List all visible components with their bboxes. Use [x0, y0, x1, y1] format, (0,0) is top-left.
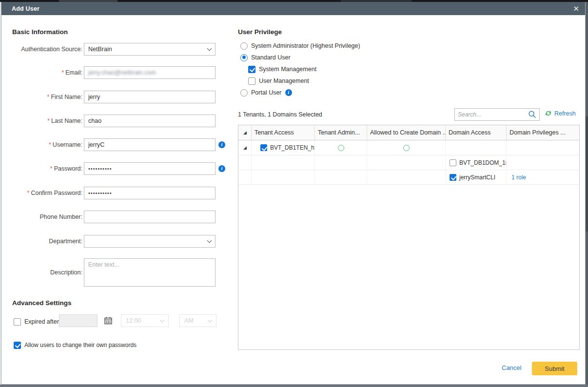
confirm-password-label: *Confirm Password: — [11, 187, 82, 199]
radio-selected-icon[interactable] — [240, 54, 248, 61]
radio-system-administrator-label: System Administrator (Highest Privilege) — [251, 42, 360, 49]
empty-cell — [367, 170, 446, 184]
radio-system-administrator[interactable]: System Administrator (Highest Privilege) — [240, 41, 360, 51]
radio-portal-user-label: Portal User — [251, 89, 282, 96]
meridiem-select[interactable]: AM — [179, 314, 216, 327]
radio-icon[interactable] — [240, 42, 248, 50]
col-domain-privileges[interactable]: Domain Privileges ... — [507, 125, 580, 140]
tenant-admin-radio-icon[interactable] — [338, 145, 344, 151]
basic-information-heading: Basic Information — [12, 28, 68, 36]
search-input[interactable] — [455, 111, 528, 118]
tenant-admin-cell — [315, 140, 367, 155]
description-field[interactable] — [84, 258, 216, 287]
department-label: Department: — [11, 235, 82, 248]
time-value: 12:00 — [126, 317, 141, 324]
time-select[interactable]: 12:00 — [121, 314, 169, 327]
expiration-date-field[interactable] — [59, 314, 98, 327]
close-icon[interactable]: ✕ — [573, 5, 579, 12]
search-icon[interactable] — [528, 110, 537, 119]
password-info-icon[interactable]: i — [218, 165, 225, 172]
user-privilege-heading: User Privilege — [238, 28, 282, 36]
first-name-field[interactable] — [84, 91, 216, 103]
allowed-create-domain-cell — [367, 140, 446, 155]
radio-portal-user[interactable]: Portal User i — [240, 88, 292, 97]
background-page-bottom — [0, 385, 588, 387]
collapse-all-icon[interactable] — [238, 125, 252, 140]
confirm-password-dots: •••••••••• — [88, 190, 112, 196]
last-name-field[interactable] — [84, 115, 216, 127]
chevron-down-icon — [207, 238, 212, 243]
password-field[interactable]: •••••••••• — [84, 162, 216, 175]
username-field[interactable] — [84, 138, 216, 151]
domain-access-cell: BVT_DB1DOM_1m — [446, 155, 507, 170]
username-info-icon[interactable]: i — [218, 141, 225, 148]
auth-source-label: Authentication Source: — [11, 43, 82, 56]
expired-after-checkbox[interactable]: Expired after — [14, 317, 59, 327]
radio-standard-user[interactable]: Standard User — [240, 53, 291, 62]
checkbox-icon[interactable] — [248, 77, 255, 85]
advanced-settings-heading: Advanced Settings — [12, 299, 72, 307]
checkbox-user-management-label: User Management — [259, 77, 309, 84]
col-domain-access[interactable]: Domain Access — [446, 125, 507, 140]
phone-field[interactable] — [84, 211, 216, 223]
col-tenant-access[interactable]: Tenant Access — [252, 125, 315, 140]
allow-change-password-label: Allow users to change their own password… — [24, 342, 137, 348]
chevron-down-icon — [207, 46, 212, 51]
background-page-right — [586, 2, 588, 385]
domain-checkbox[interactable] — [450, 159, 456, 166]
auth-source-value: NetBrain — [88, 46, 112, 53]
empty-cell — [238, 155, 252, 170]
refresh-label: Refresh — [554, 110, 576, 117]
role-link[interactable]: 1 role — [511, 174, 526, 181]
password-label: *Password: — [11, 162, 82, 175]
refresh-icon — [545, 110, 552, 117]
table-row-domain: BVT_DB1DOM_1m — [238, 155, 579, 170]
table-row-tenant: BVT_DB1TEN_hlu! — [238, 140, 579, 155]
department-select[interactable] — [84, 235, 216, 248]
chevron-down-icon — [208, 317, 213, 322]
chevron-down-icon — [160, 317, 165, 322]
radio-standard-user-label: Standard User — [251, 54, 291, 61]
last-name-label: *Last Name: — [11, 115, 82, 127]
auth-source-select[interactable]: NetBrain — [84, 43, 216, 56]
expired-after-label: Expired after — [24, 318, 59, 325]
selection-summary: 1 Tenants, 1 Domains Selected — [238, 111, 322, 118]
email-field[interactable]: jerry.chao@netbrain.com — [84, 66, 216, 79]
checkbox-user-management[interactable]: User Management — [248, 76, 309, 86]
tenant-checkbox-checked[interactable] — [260, 144, 267, 151]
empty-cell — [367, 155, 446, 170]
empty-cell — [315, 170, 367, 184]
checkbox-icon[interactable] — [14, 318, 21, 326]
table-row-domain: jerrySmartCLI 1 role — [238, 170, 579, 185]
cancel-button[interactable]: Cancel — [502, 364, 521, 371]
description-label: Description: — [11, 258, 82, 287]
allow-change-password-checkbox[interactable]: Allow users to change their own password… — [14, 340, 137, 350]
row-expander-icon[interactable] — [238, 140, 252, 155]
refresh-button[interactable]: Refresh — [545, 110, 576, 117]
portal-user-info-icon[interactable]: i — [285, 89, 292, 96]
col-tenant-admin[interactable]: Tenant Admin... — [315, 125, 367, 140]
domain-access-cell: jerrySmartCLI — [446, 170, 507, 184]
checkbox-checked-icon[interactable] — [248, 66, 255, 73]
empty-cell — [315, 155, 367, 170]
empty-cell — [252, 155, 315, 170]
dialog-title: Add User — [12, 5, 39, 12]
domain-name: BVT_DB1DOM_1m — [459, 159, 507, 166]
tenant-domain-table: Tenant Access Tenant Admin... Allowed to… — [238, 125, 580, 350]
checkbox-system-management[interactable]: System Management — [248, 64, 316, 74]
calendar-icon[interactable] — [104, 316, 113, 327]
allowed-create-domain-radio-icon[interactable] — [403, 145, 410, 151]
empty-cell — [252, 170, 315, 184]
domain-checkbox-checked[interactable] — [450, 174, 456, 181]
table-header-row: Tenant Access Tenant Admin... Allowed to… — [238, 125, 579, 140]
meridiem-value: AM — [184, 317, 194, 324]
radio-icon[interactable] — [240, 89, 248, 97]
col-allowed-create-domain[interactable]: Allowed to Create Domain ... — [367, 125, 446, 140]
checkbox-checked-icon[interactable] — [14, 342, 21, 349]
tenant-search — [454, 108, 540, 121]
domain-privileges-cell — [507, 155, 580, 170]
phone-label: Phone Number: — [11, 211, 82, 223]
tenant-access-cell: BVT_DB1TEN_hlu! — [252, 140, 315, 155]
submit-button[interactable]: Submit — [532, 362, 577, 375]
confirm-password-field[interactable]: •••••••••• — [84, 187, 216, 199]
